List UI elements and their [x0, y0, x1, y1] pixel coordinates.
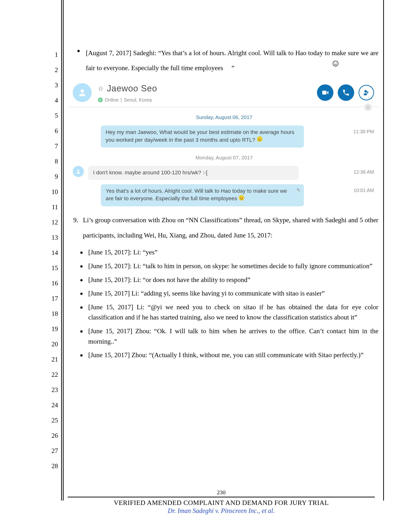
bullet-marker: ● [75, 247, 88, 257]
svg-point-0 [333, 61, 338, 66]
message-row-outgoing: Yes that's a lot of hours. Alright cool.… [69, 184, 379, 206]
line-number: 25 [44, 413, 58, 428]
line-number: 4 [44, 93, 58, 108]
page-footer: 230 VERIFIED AMENDED COMPLAINT AND DEMAN… [68, 489, 375, 515]
location-text: Seoul, Korea [124, 96, 152, 104]
footer-title: VERIFIED AMENDED COMPLAINT AND DEMAND FO… [68, 499, 375, 507]
line-number: 18 [44, 306, 58, 321]
line-number: 2 [44, 62, 58, 78]
pleading-rule-left-1 [61, 0, 62, 501]
line-number: 24 [44, 398, 58, 413]
message-bubble[interactable]: Hey my man Jaewoo, What would be your be… [101, 125, 304, 148]
edited-icon: ✎ [296, 187, 300, 193]
bullet-item: ● [June 15, 2017]: Li: “talk to him in p… [75, 261, 378, 271]
line-number: 6 [44, 123, 58, 139]
line-number: 16 [44, 276, 58, 291]
header-actions [317, 84, 374, 101]
bullet-marker: ● [71, 46, 86, 76]
message-text: I don't know. maybe around 100-120 hrs/w… [93, 170, 207, 176]
page-number: 230 [68, 489, 375, 496]
pleading-rule-right [383, 0, 384, 501]
bullet-text: [June 15, 2017] Zhou: “(Actually I think… [88, 350, 378, 360]
bullet-item: ● [June 15, 2017] Li: “@yi we need you t… [75, 302, 378, 323]
contact-name[interactable]: Jaewoo Seo [107, 82, 157, 95]
sub-bullet-list: ● [June 15, 2017]: Li: “yes” ● [June 15,… [75, 247, 378, 360]
bullet-marker: ● [75, 261, 88, 271]
skype-screenshot: ☆ Jaewoo Seo ✓ Online | Seoul, Korea [69, 79, 379, 206]
line-number: 20 [44, 337, 58, 352]
message-timestamp: 12:36 AM [349, 166, 379, 176]
message-row-outgoing: Hey my man Jaewoo, What would be your be… [69, 125, 379, 148]
pleading-rule-left-2 [63, 0, 64, 501]
line-number: 7 [44, 139, 58, 154]
numbered-paragraph: 9. Li’s group conversation with Zhou on … [71, 212, 378, 243]
line-number: 15 [44, 260, 58, 276]
message-timestamp: 11:39 PM [348, 125, 379, 135]
date-separator: Monday, August 07, 2017 [69, 154, 379, 162]
video-call-button[interactable] [317, 84, 333, 101]
presence-online-icon: ✓ [98, 97, 103, 102]
avatar-icon[interactable] [73, 166, 84, 177]
line-number-gutter: 1 2 3 4 5 6 7 8 9 10 11 12 13 14 15 16 1… [44, 47, 58, 474]
date-separator: Sunday, August 06, 2017 [69, 114, 379, 121]
line-number: 9 [44, 169, 58, 184]
svg-point-9 [239, 195, 244, 200]
bullet-item: ● [June 15, 2017]: Li: “yes” [75, 247, 378, 257]
message-text: Hey my man Jaewoo, What would be your be… [106, 129, 294, 143]
smile-emoji-icon [257, 136, 262, 144]
svg-point-10 [240, 197, 241, 198]
svg-point-2 [336, 63, 336, 63]
bullet-text: [June 15, 2017]: Li: “yes” [88, 247, 378, 257]
bullet-item: ● [June 15, 2017] Li: “adding yi, seems … [75, 288, 378, 299]
line-number: 22 [44, 367, 58, 382]
bullet-marker: ● [75, 302, 88, 323]
smile-icon [332, 57, 339, 72]
skype-header: ☆ Jaewoo Seo ✓ Online | Seoul, Korea [69, 79, 379, 107]
line-number: 27 [44, 443, 58, 458]
bullet-text: [June 15, 2017] Li: “adding yi, seems li… [88, 288, 378, 299]
line-number: 3 [44, 78, 58, 93]
line-number: 26 [44, 428, 58, 443]
line-number: 23 [44, 382, 58, 398]
message-row-incoming: I don't know. maybe around 100-120 hrs/w… [69, 166, 379, 180]
bullet-item: ● [June 15, 2017] Zhou: “(Actually I thi… [75, 350, 378, 360]
bullet-marker: ● [75, 350, 88, 360]
avatar-icon[interactable] [73, 83, 92, 102]
footer-case: Dr. Iman Sadeghi v. Pinscreen Inc., et a… [68, 507, 375, 515]
line-number: 21 [44, 352, 58, 367]
line-number: 12 [44, 215, 58, 230]
globe-icon[interactable] [364, 104, 372, 111]
status-text: Online [105, 96, 119, 104]
bullet-text: [June 15, 2017] Li: “@yi we need you to … [88, 302, 378, 323]
svg-point-1 [335, 63, 335, 63]
line-number: 19 [44, 321, 58, 337]
message-bubble[interactable]: I don't know. maybe around 100-120 hrs/w… [88, 166, 299, 180]
line-number: 17 [44, 291, 58, 306]
audio-call-button[interactable] [338, 84, 354, 101]
footer-rule [68, 497, 375, 497]
line-number: 8 [44, 154, 58, 169]
svg-point-11 [242, 197, 243, 198]
message-timestamp: 10:01 AM [349, 184, 379, 194]
svg-point-7 [258, 138, 259, 139]
line-number: 10 [44, 184, 58, 200]
bullet-text: [June 15, 2017]: Li: “or does not have t… [88, 275, 378, 285]
line-number: 28 [44, 458, 58, 474]
svg-point-6 [257, 136, 262, 142]
paragraph-text: Li’s group conversation with Zhou on “NN… [83, 212, 378, 243]
line-number: 13 [44, 230, 58, 245]
message-bubble[interactable]: Yes that's a lot of hours. Alright cool.… [101, 184, 304, 206]
bullet-item: ● [June 15, 2017]: Li: “or does not have… [75, 275, 378, 285]
add-contact-button[interactable] [359, 85, 374, 100]
message-text: Yes that's a lot of hours. Alright cool.… [106, 188, 287, 202]
bullet-item: ● [August 7, 2017] Sadeghi: “Yes that’s … [71, 46, 378, 76]
line-number: 11 [44, 200, 58, 215]
separator: | [121, 96, 122, 104]
bullet-marker: ● [75, 326, 88, 347]
bullet-marker: ● [75, 275, 88, 285]
bullet-text: [June 15, 2017] Zhou: “Ok. I will talk t… [88, 326, 378, 347]
bullet-item: ● [June 15, 2017] Zhou: “Ok. I will talk… [75, 326, 378, 347]
star-icon[interactable]: ☆ [98, 84, 103, 93]
svg-point-8 [260, 138, 261, 139]
bullet-marker: ● [75, 288, 88, 299]
